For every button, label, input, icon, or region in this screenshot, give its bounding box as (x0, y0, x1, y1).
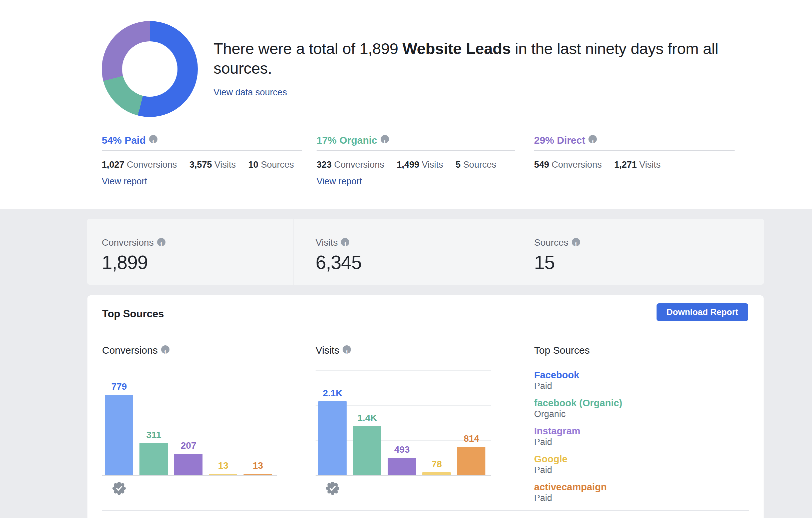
source-type-label: Paid (534, 437, 622, 447)
visits-stat: 3,575 Visits (190, 160, 236, 170)
bar-value-label: 78 (416, 459, 458, 470)
stat-numbers-organic: 323 Conversions 1,499 Visits 5 Sources (317, 160, 515, 170)
gridline (102, 372, 277, 372)
hero-section: There were a total of 1,899 Website Lead… (0, 0, 812, 209)
bar-value-label: 814 (451, 433, 492, 444)
conversions-label: Conversions (334, 160, 384, 170)
top-sources-list-title: Top Sources (534, 345, 590, 356)
top-sources-card: Top Sources Download Report Conversions … (87, 295, 764, 518)
visits-label: Visits (639, 160, 661, 170)
lower-section: Conversions 1,899 Visits 6,345 Sources 1… (0, 209, 812, 518)
sources-stat: 5 Sources (456, 160, 496, 170)
sources-label: Sources (463, 160, 496, 170)
info-icon[interactable] (588, 135, 597, 143)
stat-numbers-paid: 1,027 Conversions 3,575 Visits 10 Source… (102, 160, 302, 170)
conversions-value: 549 (534, 160, 549, 170)
info-icon[interactable] (161, 345, 170, 354)
divider (534, 150, 734, 151)
stat-title-direct-label: 29% Direct (534, 135, 585, 146)
stat-title-paid-label: 54% Paid (102, 135, 146, 146)
conversions-stat: 1,027 Conversions (102, 160, 177, 170)
summary-sources-label: Sources (534, 237, 764, 248)
top-sources-list: FacebookPaidfacebook (Organic)OrganicIns… (534, 369, 622, 509)
source-type-label: Paid (534, 381, 622, 391)
info-icon[interactable] (572, 238, 580, 246)
divider (102, 150, 302, 151)
sources-value: 5 (456, 160, 461, 170)
divider (87, 333, 764, 333)
source-name-link[interactable]: Instagram (534, 425, 622, 437)
visits-stat: 1,499 Visits (397, 160, 443, 170)
bar-value-label: 779 (98, 381, 140, 392)
verified-badge-icon[interactable] (112, 481, 126, 497)
info-icon[interactable] (341, 238, 349, 246)
source-name-link[interactable]: Google (534, 453, 622, 465)
bar-value-label: 13 (237, 460, 279, 471)
summary-sources: Sources 15 (514, 219, 764, 285)
bar-value-label: 311 (133, 430, 175, 440)
headline: There were a total of 1,899 Website Lead… (213, 39, 735, 78)
conversions-stat: 323 Conversions (317, 160, 384, 170)
x-axis-baseline (316, 475, 491, 476)
label-text: Visits (316, 237, 338, 248)
info-icon[interactable] (157, 238, 166, 246)
view-report-link-paid[interactable]: View report (102, 176, 147, 187)
sources-stat: 10 Sources (248, 160, 294, 170)
summary-conversions-label: Conversions (102, 237, 294, 248)
conversions-value: 323 (317, 160, 331, 170)
bar-activecampaign (457, 447, 485, 475)
stat-col-direct: 29% Direct 549 Conversions 1,271 Visits (534, 134, 734, 170)
info-icon[interactable] (381, 135, 389, 143)
divider (317, 150, 515, 151)
bar-Facebook (318, 401, 347, 475)
visits-label: Visits (214, 160, 236, 170)
bar-value-label: 2.1K (312, 388, 354, 399)
conversions-label: Conversions (552, 160, 602, 170)
source-list-item: InstagramPaid (534, 425, 622, 447)
headline-bold: Website Leads (402, 40, 511, 57)
conversions-value: 1,027 (102, 160, 124, 170)
visits-value: 1,499 (397, 160, 419, 170)
stat-col-organic: 17% Organic 323 Conversions 1,499 Visits… (317, 134, 515, 187)
info-icon[interactable] (343, 345, 351, 354)
sources-label: Sources (261, 160, 294, 170)
source-name-link[interactable]: Facebook (534, 369, 622, 381)
verified-badge-icon[interactable] (325, 481, 340, 497)
stat-title-paid: 54% Paid (102, 135, 157, 146)
label-text: Sources (534, 237, 569, 248)
top-sources-header: Top Sources Download Report (87, 295, 764, 333)
summary-visits: Visits 6,345 (294, 219, 514, 285)
info-icon[interactable] (149, 135, 157, 143)
source-name-link[interactable]: activecampaign (534, 481, 622, 493)
source-type-label: Paid (534, 465, 622, 475)
bar-value-label: 493 (381, 444, 423, 455)
source-name-link[interactable]: facebook (Organic) (534, 397, 622, 409)
source-type-label: Paid (534, 493, 622, 503)
visits-value: 1,271 (614, 160, 637, 170)
bar-facebook (Organic) (140, 443, 168, 475)
gridline (316, 370, 491, 371)
headline-pre: There were a total of 1,899 (213, 40, 402, 57)
leads-dashboard: There were a total of 1,899 Website Lead… (0, 0, 812, 518)
visits-value: 3,575 (190, 160, 212, 170)
source-list-item: activecampaignPaid (534, 481, 622, 503)
stat-col-paid: 54% Paid 1,027 Conversions 3,575 Visits … (102, 134, 302, 187)
label-text: Conversions (102, 237, 154, 248)
stat-title-direct: 29% Direct (534, 135, 597, 146)
stat-title-organic: 17% Organic (317, 135, 389, 146)
summary-visits-value: 6,345 (316, 251, 514, 273)
stat-numbers-direct: 549 Conversions 1,271 Visits (534, 160, 734, 170)
visits-label: Visits (422, 160, 443, 170)
source-list-item: GooglePaid (534, 453, 622, 475)
summary-conversions: Conversions 1,899 (87, 219, 294, 285)
visits-chart-title: Visits (316, 345, 351, 356)
download-report-button[interactable]: Download Report (657, 303, 748, 321)
conversions-chart-title: Conversions (102, 345, 170, 356)
bar-value-label: 207 (168, 440, 209, 451)
bar-facebook (Organic) (353, 426, 381, 475)
view-data-sources-link[interactable]: View data sources (213, 87, 287, 98)
stat-title-organic-label: 17% Organic (317, 135, 377, 146)
view-report-link-organic[interactable]: View report (317, 176, 362, 187)
chart-title-text: Visits (316, 345, 339, 356)
conversions-stat: 549 Conversions (534, 160, 602, 170)
